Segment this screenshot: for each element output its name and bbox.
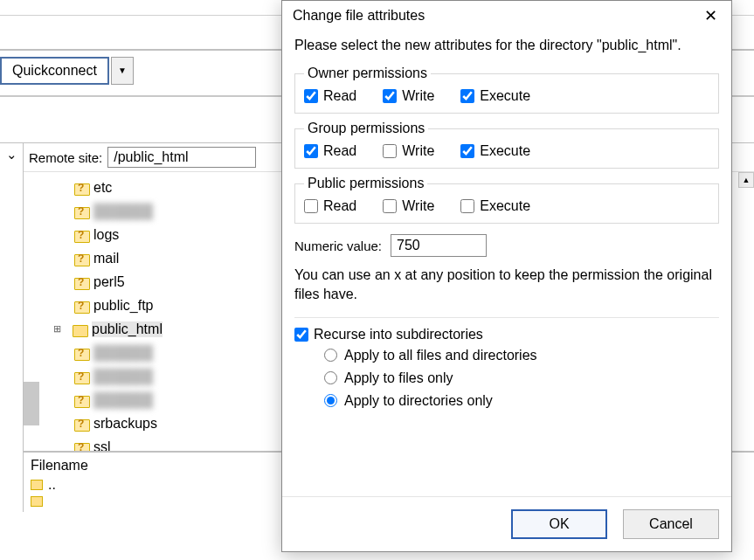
tree-item-label: ██████ xyxy=(93,392,153,408)
radio-label: Apply to all files and directories xyxy=(344,348,537,363)
radio-label: Apply to directories only xyxy=(344,393,493,409)
tree-expander-icon[interactable]: ⊞ xyxy=(52,324,62,335)
parent-dir-label: .. xyxy=(48,477,56,493)
tree-item-label: logs xyxy=(93,227,119,243)
radio-label: Apply to files only xyxy=(344,370,453,386)
recurse-radio-option[interactable]: Apply to files only xyxy=(324,370,719,386)
tree-item-label: srbackups xyxy=(93,416,157,432)
group-permissions-group: Group permissions Read Write Execute xyxy=(294,121,719,169)
group-legend: Group permissions xyxy=(304,121,428,136)
folder-unknown-icon xyxy=(74,229,88,241)
owner-legend: Owner permissions xyxy=(304,66,431,81)
dialog-instruction: Please select the new attributes for the… xyxy=(294,38,719,53)
folder-unknown-icon xyxy=(74,276,88,288)
owner-execute[interactable]: Execute xyxy=(460,88,530,104)
public-execute[interactable]: Execute xyxy=(460,198,530,214)
local-site-dropdown[interactable]: ⌄ xyxy=(0,143,23,512)
tree-item-label: ██████ xyxy=(93,345,153,361)
folder-unknown-icon xyxy=(74,182,88,194)
public-permissions-group: Public permissions Read Write Execute xyxy=(294,176,719,224)
folder-unknown-icon xyxy=(74,252,88,265)
cancel-button[interactable]: Cancel xyxy=(623,509,719,539)
numeric-value-input[interactable] xyxy=(391,234,487,257)
public-read[interactable]: Read xyxy=(304,198,356,214)
change-attributes-dialog: Change file attributes ✕ Please select t… xyxy=(281,0,732,552)
dialog-button-row: OK Cancel xyxy=(282,496,731,551)
scroll-up-button[interactable]: ▲ xyxy=(738,172,754,188)
folder-unknown-icon xyxy=(74,418,88,430)
recurse-radio-option[interactable]: Apply to directories only xyxy=(324,393,719,409)
tree-item-label: ██████ xyxy=(93,369,153,384)
group-read[interactable]: Read xyxy=(304,143,356,159)
tree-item-label: public_html xyxy=(92,321,163,337)
owner-write[interactable]: Write xyxy=(383,88,434,104)
remote-site-label: Remote site: xyxy=(29,150,102,165)
dialog-title: Change file attributes xyxy=(293,8,425,24)
quickconnect-dropdown[interactable]: ▼ xyxy=(111,57,134,85)
quickconnect-button[interactable]: Quickconnect xyxy=(0,57,109,85)
folder-unknown-icon xyxy=(74,347,88,359)
ok-button[interactable]: OK xyxy=(511,509,607,539)
folder-unknown-icon xyxy=(74,394,88,406)
tree-item-label: ssl xyxy=(93,439,111,452)
folder-icon xyxy=(31,496,43,507)
group-execute[interactable]: Execute xyxy=(460,143,530,159)
tree-item-label: etc xyxy=(93,180,112,196)
scroll-thumb[interactable] xyxy=(24,382,39,425)
dialog-titlebar: Change file attributes ✕ xyxy=(282,1,731,31)
remote-path-input[interactable] xyxy=(107,147,256,168)
group-write[interactable]: Write xyxy=(383,143,434,159)
tree-item-label: public_ftp xyxy=(93,298,154,314)
folder-icon xyxy=(31,480,43,490)
numeric-help-text: You can use an x at any position to keep… xyxy=(294,266,719,305)
owner-permissions-group: Owner permissions Read Write Execute xyxy=(294,66,719,114)
owner-read[interactable]: Read xyxy=(304,88,356,104)
tree-item-label: perl5 xyxy=(93,274,125,290)
close-icon[interactable]: ✕ xyxy=(699,6,723,25)
recurse-checkbox[interactable]: Recurse into subdirectories xyxy=(294,327,719,342)
folder-unknown-icon xyxy=(74,300,88,312)
folder-unknown-icon xyxy=(74,205,88,218)
recurse-section: Recurse into subdirectories Apply to all… xyxy=(294,317,719,409)
public-legend: Public permissions xyxy=(304,176,427,191)
folder-unknown-icon xyxy=(74,441,88,452)
tree-item-label: mail xyxy=(93,251,119,266)
numeric-label: Numeric value: xyxy=(294,239,382,253)
folder-icon xyxy=(73,323,86,335)
numeric-value-row: Numeric value: xyxy=(294,234,719,257)
public-write[interactable]: Write xyxy=(383,198,434,214)
folder-unknown-icon xyxy=(74,370,88,383)
recurse-radio-option[interactable]: Apply to all files and directories xyxy=(324,348,719,363)
tree-item-label: ██████ xyxy=(93,204,153,219)
